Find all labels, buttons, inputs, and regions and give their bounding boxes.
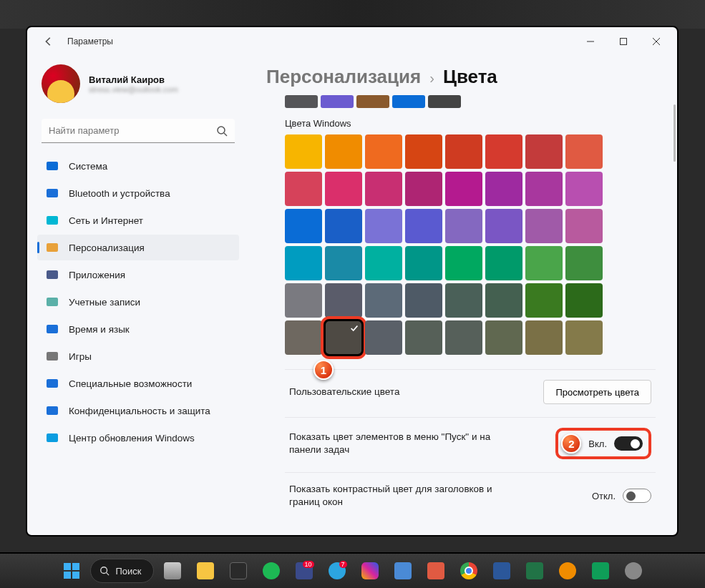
bluetooth-icon [46,187,59,200]
color-swatch[interactable] [405,283,442,318]
breadcrumb-parent[interactable]: Персонализация [266,66,421,88]
sidebar-item-4[interactable]: Приложения [37,262,239,288]
maximize-button[interactable] [607,30,640,53]
color-swatch[interactable] [525,209,563,243]
color-swatch[interactable] [445,320,482,355]
sidebar-item-3[interactable]: Персонализация [37,235,239,260]
sidebar-item-8[interactable]: Специальные возможности [37,371,239,396]
recent-color-swatch[interactable] [356,95,389,108]
color-swatch[interactable] [365,134,402,169]
color-swatch[interactable] [285,209,322,243]
accent-start-state: Вкл. [588,438,607,449]
recent-color-swatch[interactable] [392,95,425,108]
color-swatch[interactable] [565,320,603,355]
color-swatch[interactable] [365,209,402,243]
sidebar-item-10[interactable]: Центр обновления Windows [37,425,239,451]
color-swatch[interactable] [365,320,402,355]
color-swatch[interactable] [285,246,322,280]
color-swatch[interactable] [445,283,482,318]
instagram-icon[interactable] [356,557,384,585]
color-swatch[interactable] [565,246,603,280]
recent-color-swatch[interactable] [285,95,318,108]
task-view-button[interactable] [158,557,187,585]
taskbar-search[interactable]: Поиск [90,559,153,583]
color-swatch[interactable] [365,172,402,206]
spotify-icon[interactable] [257,557,286,585]
app-icon-4[interactable] [553,557,582,585]
sidebar-item-9[interactable]: Конфиденциальность и защита [37,398,239,423]
sidebar-item-7[interactable]: Игры [37,343,239,369]
color-swatch[interactable] [525,283,563,318]
color-swatch[interactable] [285,320,322,355]
color-swatch[interactable] [445,134,482,169]
color-swatch[interactable] [325,246,362,280]
sidebar-item-0[interactable]: Система [37,153,239,179]
color-swatch[interactable] [525,320,563,355]
time-language-icon [46,323,59,335]
minimize-button[interactable] [574,30,607,53]
start-button[interactable] [57,557,86,585]
color-swatch[interactable] [405,134,442,169]
color-swatch[interactable] [405,209,442,243]
svg-rect-4 [64,572,71,579]
telegram-icon[interactable]: 7 [323,557,351,585]
color-swatch[interactable] [485,134,522,169]
color-swatch[interactable] [285,134,322,169]
color-swatch[interactable] [405,246,442,280]
color-swatch[interactable] [325,172,362,206]
color-swatch[interactable] [565,134,603,169]
sidebar-item-5[interactable]: Учетные записи [37,289,239,315]
chrome-icon[interactable] [454,557,483,585]
color-swatch[interactable] [325,209,362,243]
color-swatch[interactable] [285,283,322,318]
settings-icon[interactable] [619,557,648,585]
recent-color-swatch[interactable] [428,95,461,108]
user-block[interactable]: Виталий Каиров stress.view@outlook.com [37,60,239,114]
sheets-icon[interactable] [586,557,615,585]
color-swatch[interactable] [485,283,522,318]
annotation-badge-2: 2 [561,433,581,454]
app-icon-3[interactable] [422,557,450,585]
color-swatch[interactable] [445,246,482,280]
color-swatch[interactable] [565,172,603,206]
color-swatch[interactable] [365,246,402,280]
sidebar-item-1[interactable]: Bluetooth и устройства [37,180,239,206]
color-swatch[interactable] [565,283,603,318]
calculator-icon[interactable] [224,557,253,585]
app-icon-1[interactable]: 10 [290,557,319,585]
color-swatch[interactable] [445,209,482,243]
color-swatch[interactable] [565,209,603,243]
sidebar-item-6[interactable]: Время и язык [37,316,239,342]
color-swatch[interactable] [325,134,362,169]
accent-start-toggle[interactable] [614,436,643,451]
view-colors-button[interactable]: Просмотреть цвета [543,380,651,404]
explorer-icon[interactable] [191,557,220,585]
back-button[interactable] [40,33,57,50]
excel-icon[interactable] [520,557,549,585]
color-swatch[interactable] [485,172,522,206]
color-swatch[interactable] [445,172,482,206]
close-button[interactable] [640,30,673,53]
recent-color-swatch[interactable] [321,95,354,108]
apps-icon [46,268,59,281]
color-swatch[interactable] [285,172,322,206]
color-swatch[interactable] [325,320,362,355]
color-swatch[interactable] [485,209,522,243]
color-swatch[interactable] [525,172,563,206]
app-title: Параметры [67,36,113,46]
color-swatch[interactable] [405,172,442,206]
app-icon-2[interactable] [389,557,417,585]
color-swatch[interactable] [365,283,402,318]
accent-title-toggle[interactable] [623,489,651,503]
avatar [42,64,80,103]
color-swatch[interactable] [525,246,563,280]
search-input[interactable] [42,119,235,143]
sidebar-item-2[interactable]: Сеть и Интернет [37,207,239,233]
svg-point-6 [101,567,107,574]
color-swatch[interactable] [485,320,522,355]
color-swatch[interactable] [405,320,442,355]
color-swatch[interactable] [525,134,563,169]
color-swatch[interactable] [485,246,522,280]
word-icon[interactable] [487,557,516,585]
color-swatch[interactable] [325,283,362,318]
